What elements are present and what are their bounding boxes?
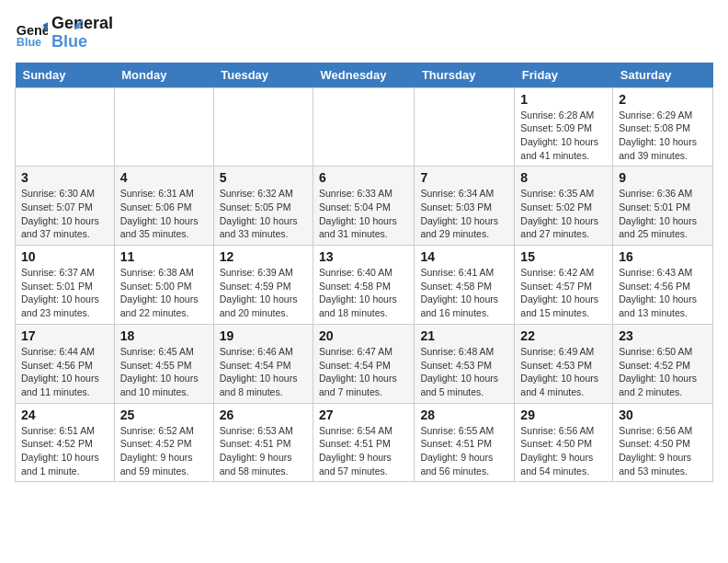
day-number: 26: [220, 408, 307, 422]
calendar-week-row: 1Sunrise: 6:28 AM Sunset: 5:09 PM Daylig…: [16, 87, 713, 167]
day-number: 19: [220, 328, 307, 343]
empty-cell: [313, 87, 415, 167]
weekday-header-thursday: Thursday: [415, 63, 515, 88]
day-details: Sunrise: 6:44 AM Sunset: 4:56 PM Dayligh…: [21, 345, 108, 399]
calendar-day-cell: 5Sunrise: 6:32 AM Sunset: 5:05 PM Daylig…: [213, 167, 313, 246]
day-number: 11: [120, 249, 208, 264]
day-details: Sunrise: 6:53 AM Sunset: 4:51 PM Dayligh…: [220, 424, 307, 478]
day-details: Sunrise: 6:35 AM Sunset: 5:02 PM Dayligh…: [520, 187, 607, 241]
day-details: Sunrise: 6:56 AM Sunset: 4:50 PM Dayligh…: [520, 424, 607, 478]
day-number: 23: [619, 328, 707, 343]
day-number: 6: [319, 170, 408, 185]
day-details: Sunrise: 6:52 AM Sunset: 4:52 PM Dayligh…: [120, 424, 208, 478]
calendar-day-cell: 20Sunrise: 6:47 AM Sunset: 4:54 PM Dayli…: [313, 324, 415, 403]
calendar-day-cell: 15Sunrise: 6:42 AM Sunset: 4:57 PM Dayli…: [515, 246, 613, 325]
day-number: 4: [120, 170, 208, 185]
day-number: 21: [420, 328, 508, 343]
calendar-header: SundayMondayTuesdayWednesdayThursdayFrid…: [16, 63, 713, 88]
day-number: 16: [619, 249, 707, 264]
calendar-day-cell: 26Sunrise: 6:53 AM Sunset: 4:51 PM Dayli…: [213, 403, 313, 482]
day-number: 2: [619, 92, 707, 107]
weekday-header-monday: Monday: [114, 63, 213, 88]
calendar-day-cell: 2Sunrise: 6:29 AM Sunset: 5:08 PM Daylig…: [613, 87, 713, 167]
calendar-day-cell: 7Sunrise: 6:34 AM Sunset: 5:03 PM Daylig…: [415, 167, 515, 246]
weekday-header-sunday: Sunday: [16, 63, 115, 88]
day-details: Sunrise: 6:51 AM Sunset: 4:52 PM Dayligh…: [21, 424, 108, 478]
day-number: 12: [220, 249, 307, 264]
day-number: 15: [520, 249, 607, 264]
calendar-day-cell: 23Sunrise: 6:50 AM Sunset: 4:52 PM Dayli…: [613, 324, 713, 403]
calendar-day-cell: 19Sunrise: 6:46 AM Sunset: 4:54 PM Dayli…: [213, 324, 313, 403]
day-details: Sunrise: 6:29 AM Sunset: 5:08 PM Dayligh…: [619, 109, 707, 163]
calendar-day-cell: 17Sunrise: 6:44 AM Sunset: 4:56 PM Dayli…: [16, 324, 115, 403]
empty-cell: [213, 87, 313, 167]
day-details: Sunrise: 6:39 AM Sunset: 4:59 PM Dayligh…: [220, 266, 307, 320]
day-details: Sunrise: 6:48 AM Sunset: 4:53 PM Dayligh…: [420, 345, 508, 399]
svg-text:Blue: Blue: [17, 36, 41, 49]
weekday-header-friday: Friday: [515, 63, 613, 88]
day-number: 18: [120, 328, 208, 343]
day-details: Sunrise: 6:34 AM Sunset: 5:03 PM Dayligh…: [420, 187, 508, 241]
calendar-day-cell: 16Sunrise: 6:43 AM Sunset: 4:56 PM Dayli…: [613, 246, 713, 325]
calendar-day-cell: 27Sunrise: 6:54 AM Sunset: 4:51 PM Dayli…: [313, 403, 415, 482]
calendar-day-cell: 8Sunrise: 6:35 AM Sunset: 5:02 PM Daylig…: [515, 167, 613, 246]
calendar-day-cell: 6Sunrise: 6:33 AM Sunset: 5:04 PM Daylig…: [313, 167, 415, 246]
calendar-day-cell: 1Sunrise: 6:28 AM Sunset: 5:09 PM Daylig…: [515, 87, 613, 167]
day-details: Sunrise: 6:37 AM Sunset: 5:01 PM Dayligh…: [21, 266, 108, 320]
day-details: Sunrise: 6:38 AM Sunset: 5:00 PM Dayligh…: [120, 266, 208, 320]
weekday-header-tuesday: Tuesday: [213, 63, 313, 88]
day-number: 30: [619, 408, 707, 422]
day-number: 1: [520, 92, 607, 107]
day-number: 5: [220, 170, 307, 185]
calendar-day-cell: 9Sunrise: 6:36 AM Sunset: 5:01 PM Daylig…: [613, 167, 713, 246]
day-number: 10: [21, 249, 108, 264]
day-details: Sunrise: 6:41 AM Sunset: 4:58 PM Dayligh…: [420, 266, 508, 320]
calendar-day-cell: 21Sunrise: 6:48 AM Sunset: 4:53 PM Dayli…: [415, 324, 515, 403]
calendar-week-row: 17Sunrise: 6:44 AM Sunset: 4:56 PM Dayli…: [16, 324, 713, 403]
calendar-day-cell: 4Sunrise: 6:31 AM Sunset: 5:06 PM Daylig…: [114, 167, 213, 246]
weekday-header-row: SundayMondayTuesdayWednesdayThursdayFrid…: [16, 63, 713, 88]
empty-cell: [415, 87, 515, 167]
calendar-day-cell: 28Sunrise: 6:55 AM Sunset: 4:51 PM Dayli…: [415, 403, 515, 482]
day-details: Sunrise: 6:42 AM Sunset: 4:57 PM Dayligh…: [520, 266, 607, 320]
day-number: 27: [319, 408, 408, 422]
calendar-day-cell: 10Sunrise: 6:37 AM Sunset: 5:01 PM Dayli…: [16, 246, 115, 325]
day-number: 9: [619, 170, 707, 185]
day-number: 24: [21, 408, 108, 422]
day-number: 22: [520, 328, 607, 343]
day-details: Sunrise: 6:40 AM Sunset: 4:58 PM Dayligh…: [319, 266, 408, 320]
calendar-day-cell: 14Sunrise: 6:41 AM Sunset: 4:58 PM Dayli…: [415, 246, 515, 325]
day-details: Sunrise: 6:50 AM Sunset: 4:52 PM Dayligh…: [619, 345, 707, 399]
calendar-week-row: 10Sunrise: 6:37 AM Sunset: 5:01 PM Dayli…: [16, 246, 713, 325]
calendar-day-cell: 12Sunrise: 6:39 AM Sunset: 4:59 PM Dayli…: [213, 246, 313, 325]
logo: General Blue General Blue: [15, 15, 84, 52]
day-details: Sunrise: 6:46 AM Sunset: 4:54 PM Dayligh…: [220, 345, 307, 399]
day-details: Sunrise: 6:47 AM Sunset: 4:54 PM Dayligh…: [319, 345, 408, 399]
calendar-week-row: 3Sunrise: 6:30 AM Sunset: 5:07 PM Daylig…: [16, 167, 713, 246]
empty-cell: [114, 87, 213, 167]
calendar-day-cell: 13Sunrise: 6:40 AM Sunset: 4:58 PM Dayli…: [313, 246, 415, 325]
day-number: 17: [21, 328, 108, 343]
weekday-header-saturday: Saturday: [613, 63, 713, 88]
day-number: 29: [520, 408, 607, 422]
day-number: 25: [120, 408, 208, 422]
calendar-day-cell: 30Sunrise: 6:56 AM Sunset: 4:50 PM Dayli…: [613, 403, 713, 482]
empty-cell: [16, 87, 115, 167]
calendar-day-cell: 18Sunrise: 6:45 AM Sunset: 4:55 PM Dayli…: [114, 324, 213, 403]
calendar-week-row: 24Sunrise: 6:51 AM Sunset: 4:52 PM Dayli…: [16, 403, 713, 482]
day-number: 7: [420, 170, 508, 185]
day-details: Sunrise: 6:33 AM Sunset: 5:04 PM Dayligh…: [319, 187, 408, 241]
calendar-day-cell: 25Sunrise: 6:52 AM Sunset: 4:52 PM Dayli…: [114, 403, 213, 482]
day-number: 8: [520, 170, 607, 185]
day-number: 28: [420, 408, 508, 422]
day-details: Sunrise: 6:55 AM Sunset: 4:51 PM Dayligh…: [420, 424, 508, 478]
calendar-day-cell: 22Sunrise: 6:49 AM Sunset: 4:53 PM Dayli…: [515, 324, 613, 403]
day-number: 14: [420, 249, 508, 264]
day-number: 20: [319, 328, 408, 343]
page-header: General Blue General Blue: [15, 15, 713, 52]
day-number: 3: [21, 170, 108, 185]
day-details: Sunrise: 6:49 AM Sunset: 4:53 PM Dayligh…: [520, 345, 607, 399]
weekday-header-wednesday: Wednesday: [313, 63, 415, 88]
day-details: Sunrise: 6:28 AM Sunset: 5:09 PM Dayligh…: [520, 109, 607, 163]
day-details: Sunrise: 6:30 AM Sunset: 5:07 PM Dayligh…: [21, 187, 108, 241]
